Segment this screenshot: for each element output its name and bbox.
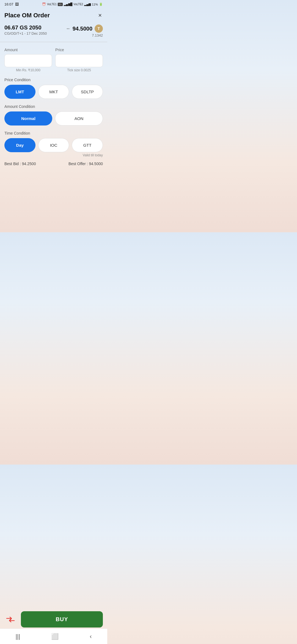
time-display: 16:07 xyxy=(4,2,13,6)
price-hint: Tick size 0.0025 xyxy=(55,68,103,72)
instrument-section: 06.67 GS 2050 CG/OD/T+1 - 17 Dec 2050 ↔ … xyxy=(0,24,107,42)
battery-icon: 🔋 xyxy=(99,2,103,6)
amount-condition-normal[interactable]: Normal xyxy=(4,111,52,125)
amount-group: Amount Min Rs. ₹10,000 xyxy=(4,48,52,72)
amount-hint: Min Rs. ₹10,000 xyxy=(4,68,52,72)
alarm-icon: ⏰ xyxy=(42,2,46,6)
status-bar: 16:07 🖼 ⏰ VoLTE1 5G ▂▄▆█ VoLTE2 ▂▄▆ 11% … xyxy=(0,0,107,7)
time-condition-day[interactable]: Day xyxy=(4,138,35,152)
gallery-icon: 🖼 xyxy=(15,2,19,6)
price-condition-group: LMT MKT SDLTP xyxy=(4,85,103,99)
best-bid: Best Bid : 94.2500 xyxy=(4,162,36,166)
signal-5g-icon: 5G xyxy=(58,3,63,6)
instrument-name: 06.67 GS 2050 xyxy=(4,24,47,31)
price-direction-icon: ↔ xyxy=(66,26,70,31)
valid-till-hint: Valid till today xyxy=(4,153,103,157)
instrument-price-sub: 7.1342 xyxy=(92,33,103,37)
price-condition-mkt[interactable]: MKT xyxy=(38,85,69,99)
amount-condition-group: Normal AON xyxy=(4,111,103,125)
price-group: Price Tick size 0.0025 xyxy=(55,48,103,72)
market-info: Best Bid : 94.2500 Best Offer : 94.5000 xyxy=(4,157,103,168)
amount-input[interactable] xyxy=(4,54,52,67)
price-condition-label: Price Condition xyxy=(4,78,103,82)
network-label: VoLTE1 xyxy=(47,3,57,6)
network-label-2: VoLTE2 xyxy=(73,3,83,6)
page-header: Place OM Order × xyxy=(0,7,107,24)
page-title: Place OM Order xyxy=(4,12,50,19)
price-section: ↔ 94.5000 T 7.1342 xyxy=(66,24,103,37)
battery-display: 11% xyxy=(92,3,98,6)
signal-bars-2: ▂▄▆ xyxy=(84,2,91,6)
signal-bars-1: ▂▄▆█ xyxy=(64,2,73,6)
instrument-subtitle: CG/OD/T+1 - 17 Dec 2050 xyxy=(4,31,47,36)
time-condition-group: Day IOC GTT xyxy=(4,138,103,152)
time-condition-ioc[interactable]: IOC xyxy=(38,138,69,152)
amount-condition-label: Amount Condition xyxy=(4,104,103,109)
time-condition-label: Time Condition xyxy=(4,131,103,135)
avatar: T xyxy=(95,24,103,33)
price-condition-lmt[interactable]: LMT xyxy=(4,85,35,99)
price-condition-sdltp[interactable]: SDLTP xyxy=(72,85,103,99)
instrument-price: 94.5000 xyxy=(73,26,92,32)
close-button[interactable]: × xyxy=(97,11,103,20)
time-condition-gtt[interactable]: GTT xyxy=(72,138,103,152)
amount-condition-aon[interactable]: AON xyxy=(55,111,103,125)
price-input[interactable] xyxy=(55,54,103,67)
form-section: Amount Min Rs. ₹10,000 Price Tick size 0… xyxy=(0,42,107,168)
best-offer: Best Offer : 94.5000 xyxy=(68,162,103,166)
amount-label: Amount xyxy=(4,48,52,52)
price-label: Price xyxy=(55,48,103,52)
